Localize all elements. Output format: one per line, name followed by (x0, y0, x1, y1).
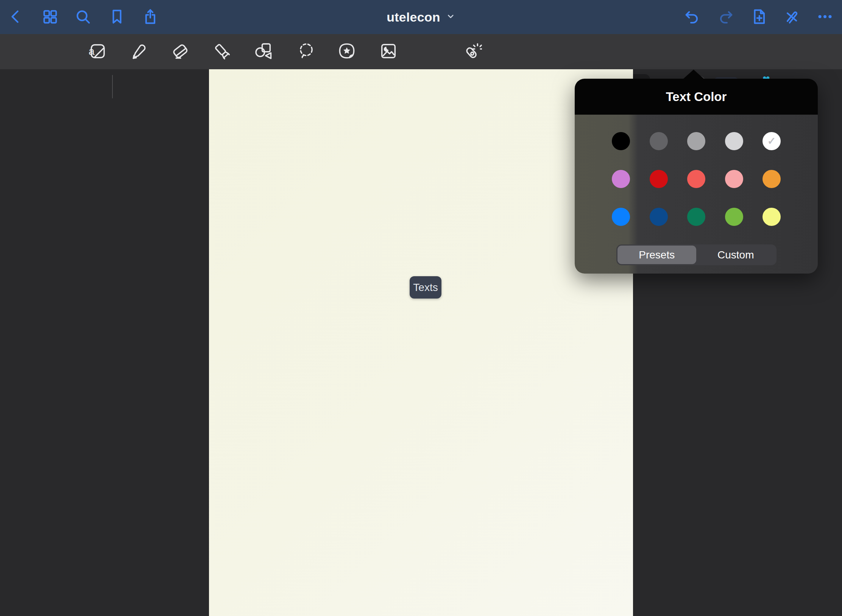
more-options-button[interactable] (815, 6, 834, 28)
popup-body: ✓ Presets Custom (575, 115, 818, 274)
color-swatch-0b4a8d[interactable] (650, 208, 668, 226)
swatch-row (575, 208, 818, 226)
svg-text:a: a (89, 45, 95, 57)
color-swatch-f7a6a9[interactable] (725, 170, 743, 188)
search-button[interactable] (73, 6, 92, 28)
color-swatch-a5a5a7[interactable] (687, 132, 705, 150)
color-swatch-000000[interactable] (612, 132, 630, 150)
more-ellipsis-icon (816, 8, 834, 26)
thumbnails-button[interactable] (41, 6, 59, 28)
redo-icon (717, 8, 734, 26)
color-swatch-77bb41[interactable] (725, 208, 743, 226)
laser-pointer-icon (462, 41, 482, 62)
highlighter-tool-button[interactable] (211, 39, 233, 64)
swatch-row: ✓ (575, 132, 818, 150)
selected-text-object[interactable]: Texts (410, 276, 441, 299)
document-title-button[interactable]: utelecon (387, 0, 455, 34)
note-page-canvas[interactable]: Texts (209, 69, 633, 616)
stylus-disable-icon (783, 8, 800, 26)
color-swatch-0b80ff[interactable] (612, 208, 630, 226)
page-title: utelecon (387, 10, 440, 25)
add-page-button[interactable] (750, 6, 769, 28)
navigation-bar: utelecon (0, 0, 842, 34)
color-swatch-d6d6d8[interactable] (725, 132, 743, 150)
lasso-icon (296, 41, 316, 62)
highlighter-icon (212, 41, 232, 62)
back-icon (7, 8, 25, 26)
image-tool-button[interactable] (377, 39, 399, 64)
eraser-icon (170, 41, 190, 62)
search-icon (74, 8, 92, 26)
sticker-icon (337, 41, 357, 62)
popup-header: Text Color (575, 79, 818, 115)
color-swatch-d30e12[interactable] (650, 170, 668, 188)
add-page-icon (750, 8, 768, 26)
thumbnails-grid-icon (41, 8, 59, 26)
presets-custom-segmented-control: Presets Custom (616, 244, 777, 265)
color-swatch-f25c57[interactable] (687, 170, 705, 188)
bookmark-button[interactable] (108, 6, 126, 28)
popup-title: Text Color (666, 90, 727, 104)
toolbar-divider (112, 75, 113, 98)
color-swatch-ffffff[interactable]: ✓ (762, 132, 781, 150)
swatch-grid: ✓ (575, 132, 818, 226)
color-swatch-cd7fd6[interactable] (612, 170, 630, 188)
bookmark-icon (108, 8, 126, 26)
custom-tab[interactable]: Custom (696, 246, 775, 264)
eraser-tool-button[interactable] (169, 39, 191, 64)
sticker-tool-button[interactable] (336, 39, 358, 64)
swatch-row (575, 170, 818, 188)
share-icon (142, 8, 159, 26)
tools-toolbar: a (0, 34, 842, 69)
chevron-down-icon (446, 12, 455, 22)
popup-caret (683, 70, 704, 79)
lasso-tool-button[interactable] (295, 39, 317, 64)
redo-button[interactable] (716, 6, 735, 28)
shapes-tool-button[interactable] (253, 39, 274, 64)
scroll-mode-button[interactable]: a (86, 39, 108, 64)
color-swatch-f09c34[interactable] (762, 170, 781, 188)
image-icon (379, 41, 398, 62)
shapes-icon (254, 41, 273, 62)
back-button[interactable] (6, 6, 25, 28)
share-button[interactable] (141, 6, 160, 28)
undo-button[interactable] (683, 6, 702, 28)
pen-tool-button[interactable] (128, 39, 150, 64)
laser-pointer-button[interactable] (461, 39, 483, 64)
presets-tab[interactable]: Presets (617, 246, 697, 264)
text-color-popup: Text Color ✓ Presets Custom (575, 79, 818, 274)
check-icon: ✓ (767, 135, 776, 147)
color-swatch-636366[interactable] (650, 132, 668, 150)
color-swatch-0b7c58[interactable] (687, 208, 705, 226)
stylus-readonly-button[interactable] (782, 6, 801, 28)
undo-icon (683, 8, 701, 26)
scroll-mode-icon: a (87, 41, 107, 62)
color-swatch-f4f784[interactable] (762, 208, 781, 226)
pen-icon (129, 41, 149, 62)
